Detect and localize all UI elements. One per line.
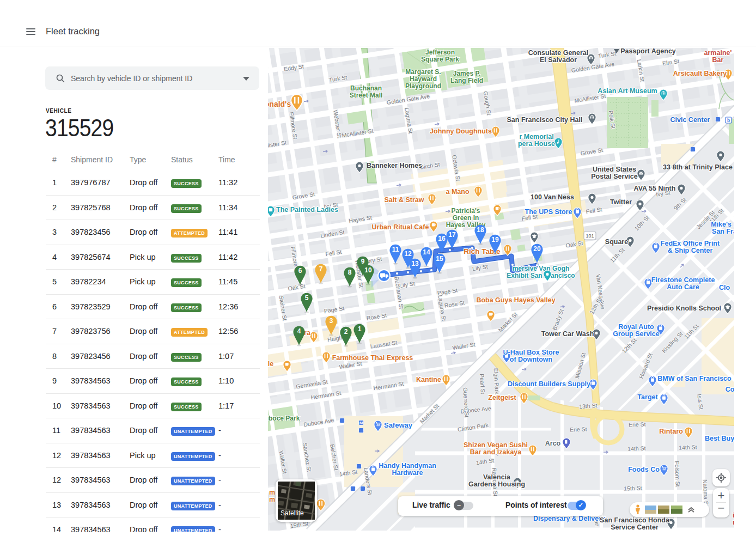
svg-text:Discount Builders Supply: Discount Builders Supply [508,380,590,388]
svg-text:onald's: onald's [268,100,291,108]
svg-text:San Francisco Honda: San Francisco Honda [600,516,670,524]
svg-text:Lang Field: Lang Field [450,77,483,84]
svg-text:Salt & Straw: Salt & Straw [385,196,424,204]
svg-text:Valencia: Valencia [483,473,511,481]
svg-text:Firestone Complete: Firestone Complete [651,276,715,284]
svg-text:Hardware: Hardware [392,469,423,477]
svg-text:Royal Auto: Royal Auto [618,323,654,331]
svg-text:7: 7 [319,265,323,273]
svg-text:5: 5 [305,294,309,302]
svg-text:r Memorial: r Memorial [519,133,553,141]
svg-text:Farmhouse Thai Express: Farmhouse Thai Express [332,354,413,362]
svg-text:United States: United States [593,166,636,173]
svg-text:Shizen Vegan Sushi: Shizen Vegan Sushi [464,441,528,449]
svg-text:Tower Car Wash: Tower Car Wash [541,330,594,338]
svg-text:Consulate General: Consulate General [528,49,588,57]
svg-text:Foods Co: Foods Co [628,466,660,473]
svg-text:Erie St: Erie St [629,421,646,428]
svg-text:na: na [733,519,734,526]
svg-text:Bar: Bar [712,56,724,64]
svg-text:San Francisco City Hall: San Francisco City Hall [507,116,583,124]
svg-text:10: 10 [364,266,372,274]
svg-text:3: 3 [330,317,333,325]
svg-text:Presidio Knolls School: Presidio Knolls School [647,305,721,312]
svg-text:11: 11 [392,246,399,253]
svg-text:Postal Service: Postal Service [591,173,638,180]
svg-text:Service Center: Service Center [611,523,659,531]
svg-text:Asian Art Museum: Asian Art Museum [598,87,657,95]
svg-text:1: 1 [358,325,362,333]
svg-text:13: 13 [411,260,419,267]
svg-text:Buchanan: Buchanan [350,84,382,92]
svg-text:ra: ra [304,329,311,337]
svg-text:6: 6 [298,267,302,275]
svg-text:The UPS Store: The UPS Store [525,208,572,216]
svg-text:17: 17 [448,231,456,239]
svg-text:Elgin Park: Elgin Park [493,368,501,395]
svg-text:14th St: 14th St [627,445,646,452]
svg-text:BMW of San Francisco: BMW of San Francisco [657,375,731,382]
svg-text:9: 9 [361,258,365,265]
svg-text:Boba Guys Hayes Valley: Boba Guys Hayes Valley [476,296,555,304]
svg-text:Square Park: Square Park [421,56,459,63]
svg-text:Street Mall: Street Mall [350,92,383,99]
svg-text:19: 19 [491,236,499,243]
svg-text:Safeway: Safeway [384,421,413,429]
svg-text:The Painted Ladies: The Painted Ladies [276,206,338,214]
svg-text:Pearl St: Pearl St [479,374,486,394]
svg-text:16: 16 [438,235,446,242]
svg-text:Square: Square [605,238,628,246]
svg-text:a Mano: a Mano [446,188,469,196]
svg-text:Gardens Housing: Gardens Housing [468,480,525,488]
svg-text:uboce Park: uboce Park [268,415,300,422]
svg-text:Kantine: Kantine [416,376,441,383]
svg-text:Johnny Doughnuts: Johnny Doughnuts [430,127,492,135]
svg-text:Handy Handyman: Handy Handyman [379,462,436,470]
svg-text:ic: ic [733,512,734,519]
svg-text:12: 12 [404,250,412,258]
svg-text:El Salvador: El Salvador [540,56,577,64]
svg-text:18: 18 [477,226,484,234]
svg-text:Jefferson: Jefferson [425,48,455,56]
svg-text:13th St: 13th St [579,402,598,410]
svg-text:Hayward: Hayward [410,75,437,83]
svg-text:Auto Care: Auto Care [667,283,699,291]
svg-text:20: 20 [533,245,541,253]
svg-text:Patricia's: Patricia's [452,207,480,215]
svg-text:James P.: James P. [453,70,481,77]
svg-text:101: 101 [586,233,594,239]
svg-text:14: 14 [423,248,430,256]
svg-text:Exhibit San Francisco: Exhibit San Francisco [507,272,575,279]
svg-text:Dispensary & Delivery: Dispensary & Delivery [533,515,605,522]
svg-text:Margaret S.: Margaret S. [405,68,441,76]
svg-text:Green In: Green In [453,214,479,222]
svg-text:Arsicault Bakery: Arsicault Bakery [673,70,727,77]
svg-text:San Fra: San Fra [712,228,734,235]
svg-text:Bar and Izakaya: Bar and Izakaya [470,448,522,456]
svg-text:14th St: 14th St [679,443,697,450]
svg-text:Passport Agency: Passport Agency [620,48,676,55]
svg-text:FedEx Office Print: FedEx Office Print [661,240,720,247]
svg-text:eille: eille [268,360,273,368]
svg-text:Zeitgeist: Zeitgeist [488,394,516,401]
svg-text:Banneker Homes: Banneker Homes [367,162,422,169]
svg-text:2: 2 [344,328,348,336]
svg-text:AVA 55 Ninth: AVA 55 Ninth [634,185,676,192]
svg-text:Playground: Playground [405,82,441,90]
svg-text:15: 15 [436,255,443,263]
svg-text:Urban Ritual Cafe: Urban Ritual Cafe [372,223,429,231]
svg-text:m: m [269,489,275,496]
svg-text:mersive Van Gogh: mersive Van Gogh [513,265,570,272]
svg-text:Mike's E: Mike's E [711,221,734,228]
svg-text:8: 8 [348,269,352,276]
svg-text:pera House: pera House [518,140,555,148]
svg-text:Group Service: Group Service [613,330,659,338]
svg-text:M: M [359,421,363,425]
svg-text:Arco: Arco [545,440,561,447]
svg-text:Folsom St: Folsom St [674,461,681,487]
svg-text:& Ship Center: & Ship Center [668,247,713,254]
svg-text:15th St: 15th St [624,484,642,491]
svg-text:Erie St: Erie St [570,425,587,433]
svg-text:armaine': armaine' [704,49,732,57]
svg-text:Clo: Clo [719,284,730,291]
